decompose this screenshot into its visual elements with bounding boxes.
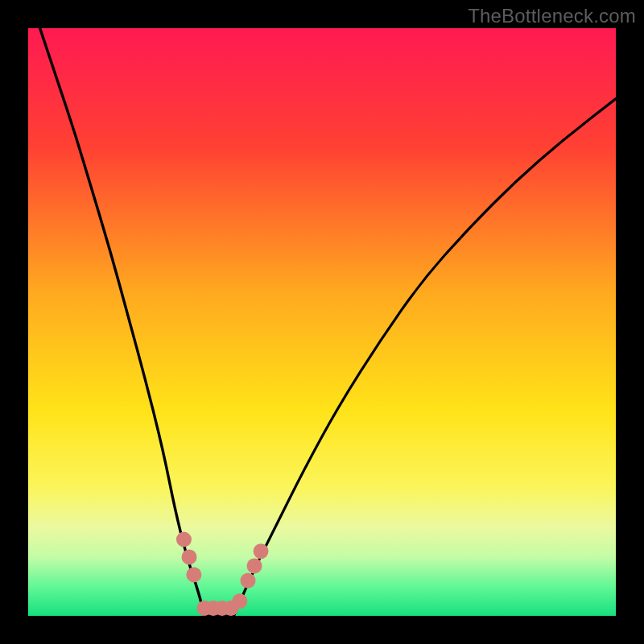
watermark-text: TheBottleneck.com [468,5,636,27]
valley-marker [247,558,262,573]
valley-marker [176,532,192,547]
valley-marker [254,543,269,559]
valley-marker [186,567,201,582]
valley-marker [232,593,247,609]
plot-background [28,28,616,616]
valley-marker [182,550,197,565]
valley-marker [241,573,256,588]
outer-frame: TheBottleneck.com [0,0,644,644]
chart-svg [0,0,644,644]
